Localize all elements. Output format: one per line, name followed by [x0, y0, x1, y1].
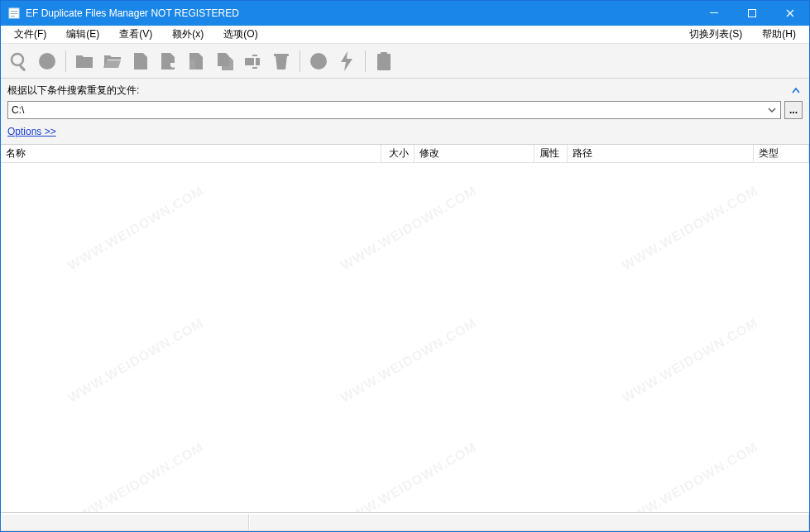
- statusbar: [1, 513, 809, 531]
- folder-icon[interactable]: [73, 49, 96, 74]
- browse-button[interactable]: ...: [784, 101, 803, 119]
- svg-rect-5: [749, 10, 756, 17]
- path-row: ...: [7, 101, 803, 119]
- column-attrs[interactable]: 属性: [534, 145, 568, 162]
- app-icon: [7, 7, 21, 20]
- search-panel: 根据以下条件搜索重复的文件: ... Options >>: [1, 79, 809, 145]
- path-input-wrapper: [7, 101, 781, 119]
- folder-open-icon[interactable]: [101, 49, 124, 74]
- minimize-button[interactable]: [695, 1, 733, 26]
- menu-view[interactable]: 查看(V): [109, 25, 162, 44]
- svg-rect-11: [254, 55, 256, 68]
- column-modified[interactable]: 修改: [415, 145, 534, 162]
- watermark: WWW.WEIDOWN.COM: [338, 440, 480, 513]
- svg-rect-12: [252, 55, 257, 56]
- status-cell-right: [249, 514, 809, 531]
- svg-rect-2: [11, 13, 17, 14]
- menubar: 文件(F) 编辑(E) 查看(V) 额外(x) 选项(O) 切换列表(S) 帮助…: [1, 26, 809, 44]
- svg-rect-10: [245, 58, 260, 65]
- menu-help[interactable]: 帮助(H): [752, 25, 806, 44]
- svg-rect-7: [19, 65, 26, 71]
- options-link[interactable]: Options >>: [7, 126, 56, 137]
- svg-rect-17: [381, 52, 387, 56]
- svg-rect-13: [252, 67, 257, 69]
- window-title: EF Duplicate Files Manager NOT REGISTERE…: [26, 7, 695, 19]
- close-button[interactable]: [771, 1, 809, 26]
- copy-icon[interactable]: [213, 49, 237, 74]
- watermark: WWW.WEIDOWN.COM: [620, 440, 761, 513]
- watermark: WWW.WEIDOWN.COM: [65, 440, 207, 513]
- window-controls: [695, 1, 809, 26]
- menu-file[interactable]: 文件(F): [4, 25, 56, 44]
- svg-rect-1: [11, 11, 17, 12]
- bolt-icon[interactable]: [335, 49, 358, 74]
- app-window: EF Duplicate Files Manager NOT REGISTERE…: [0, 0, 810, 532]
- cut-icon[interactable]: [185, 49, 208, 74]
- column-size[interactable]: 大小: [381, 145, 415, 162]
- menu-edit[interactable]: 编辑(E): [56, 25, 109, 44]
- svg-point-15: [310, 53, 327, 69]
- search-header: 根据以下条件搜索重复的文件:: [7, 84, 803, 98]
- watermark: WWW.WEIDOWN.COM: [65, 184, 207, 274]
- menu-options[interactable]: 选项(O): [213, 25, 267, 44]
- results-list: 名称 大小 修改 属性 路径 类型 WWW.WEIDOWN.COM WWW.WE…: [1, 145, 809, 513]
- watermark: WWW.WEIDOWN.COM: [338, 316, 480, 406]
- titlebar: EF Duplicate Files Manager NOT REGISTERE…: [1, 1, 809, 26]
- results-body[interactable]: WWW.WEIDOWN.COM WWW.WEIDOWN.COM WWW.WEID…: [1, 163, 809, 512]
- toolbar-separator: [65, 50, 66, 72]
- column-name[interactable]: 名称: [1, 145, 381, 162]
- toolbar-separator: [365, 50, 366, 72]
- chevron-down-icon[interactable]: [764, 103, 779, 117]
- search-label: 根据以下条件搜索重复的文件:: [7, 84, 789, 98]
- svg-rect-14: [274, 54, 289, 56]
- trash-icon[interactable]: [270, 49, 293, 74]
- column-headers: 名称 大小 修改 属性 路径 类型: [1, 145, 809, 163]
- menu-switch-list[interactable]: 切换列表(S): [679, 25, 752, 44]
- stop-icon[interactable]: [36, 49, 59, 74]
- menu-extra[interactable]: 额外(x): [162, 25, 213, 44]
- svg-point-6: [12, 54, 23, 65]
- watermark: WWW.WEIDOWN.COM: [620, 316, 761, 406]
- search-icon[interactable]: [7, 49, 31, 74]
- refresh-icon[interactable]: [307, 49, 330, 74]
- rename-icon[interactable]: [242, 49, 265, 74]
- file-icon[interactable]: [129, 49, 152, 74]
- collapse-up-icon[interactable]: [789, 84, 803, 98]
- toolbar-separator: [300, 50, 300, 72]
- svg-rect-4: [710, 12, 718, 13]
- watermark: WWW.WEIDOWN.COM: [620, 184, 761, 274]
- column-type[interactable]: 类型: [754, 145, 809, 162]
- toolbar: [1, 44, 809, 79]
- path-input[interactable]: [7, 101, 781, 119]
- watermark: WWW.WEIDOWN.COM: [65, 316, 207, 406]
- file-tag-icon[interactable]: [157, 49, 180, 74]
- svg-rect-3: [11, 16, 15, 17]
- watermark: WWW.WEIDOWN.COM: [338, 184, 480, 274]
- status-cell-left: [1, 514, 249, 531]
- svg-point-8: [39, 53, 55, 69]
- clipboard-icon[interactable]: [372, 49, 395, 74]
- column-path[interactable]: 路径: [568, 145, 754, 162]
- maximize-button[interactable]: [733, 1, 771, 26]
